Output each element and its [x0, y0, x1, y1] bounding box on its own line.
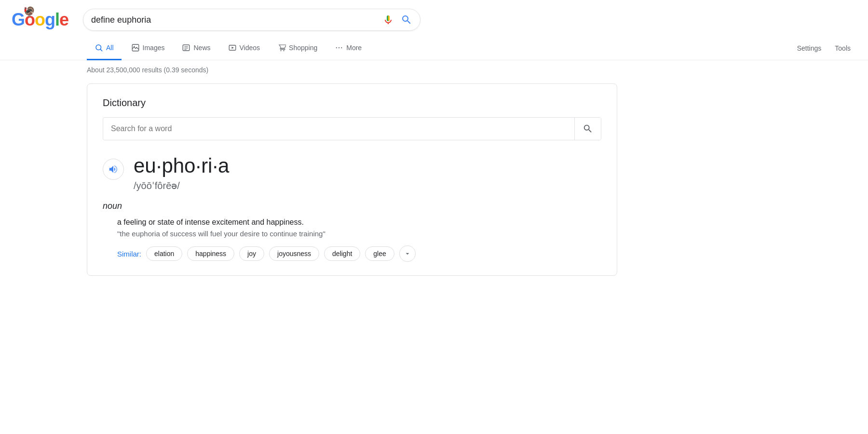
word-text: eu·pho·ri·a: [134, 154, 229, 178]
nav-settings: Settings Tools: [791, 38, 856, 59]
logo-l: l: [55, 10, 59, 29]
tab-images[interactable]: Images: [123, 37, 173, 60]
dictionary-card: Dictionary eu·pho·ri·a /yōōˈfôrēə/: [87, 83, 617, 276]
similar-row: Similar: elation happiness joy joyousnes…: [103, 245, 601, 262]
logo-o2: o: [35, 10, 45, 29]
word-search-button[interactable]: [574, 118, 601, 140]
svg-point-11: [283, 50, 284, 51]
word-search-bar: [103, 117, 601, 140]
logo-o1: o🦃: [25, 10, 35, 30]
tab-all-label: All: [106, 44, 114, 52]
svg-line-1: [100, 49, 102, 51]
tab-videos[interactable]: Videos: [220, 37, 268, 60]
tab-news[interactable]: News: [174, 37, 218, 60]
settings-link[interactable]: Settings: [791, 38, 827, 59]
search-icons: [382, 14, 412, 26]
word-search-icon: [583, 123, 593, 134]
search-glass-icon: [401, 14, 412, 26]
word-search-input[interactable]: [103, 118, 574, 140]
search-button[interactable]: [401, 14, 412, 26]
similar-chip-elation[interactable]: elation: [146, 246, 182, 261]
tools-link[interactable]: Tools: [829, 38, 856, 59]
tab-news-label: News: [193, 44, 210, 52]
search-bar: define euphoria: [83, 9, 420, 31]
part-of-speech: noun: [103, 201, 601, 211]
search-input[interactable]: define euphoria: [91, 15, 382, 25]
tab-shopping[interactable]: Shopping: [270, 37, 325, 60]
similar-chip-happiness[interactable]: happiness: [187, 246, 234, 261]
search-nav-icon: [95, 43, 103, 52]
tab-shopping-label: Shopping: [289, 44, 317, 52]
tab-images-label: Images: [143, 44, 165, 52]
tab-videos-label: Videos: [240, 44, 260, 52]
definition-block: a feeling or state of intense excitement…: [103, 218, 601, 238]
similar-label: Similar:: [117, 250, 141, 258]
logo-g2: g: [45, 10, 55, 29]
definition-example: "the euphoria of success will fuel your …: [117, 230, 601, 238]
microphone-button[interactable]: [382, 14, 394, 26]
word-info: eu·pho·ri·a /yōōˈfôrēə/: [134, 154, 229, 191]
svg-marker-9: [231, 47, 234, 49]
chevron-down-icon: [404, 250, 411, 258]
shopping-nav-icon: [277, 43, 286, 52]
audio-button[interactable]: [103, 159, 124, 180]
similar-more-button[interactable]: [399, 245, 416, 262]
results-area: About 23,500,000 results (0.39 seconds) …: [0, 60, 868, 287]
search-bar-wrapper: define euphoria: [83, 9, 420, 31]
more-nav-icon: [335, 43, 343, 52]
header: Go🦃ogle define euphoria: [0, 0, 868, 31]
svg-point-14: [341, 47, 342, 48]
google-logo: Go🦃ogle: [12, 10, 68, 30]
results-count: About 23,500,000 results (0.39 seconds): [87, 66, 856, 74]
images-nav-icon: [131, 43, 140, 52]
definition-text: a feeling or state of intense excitement…: [117, 218, 601, 227]
videos-nav-icon: [228, 43, 237, 52]
svg-point-12: [336, 47, 337, 48]
svg-point-13: [339, 47, 339, 48]
logo-e: e: [59, 10, 68, 29]
similar-chip-joyousness[interactable]: joyousness: [269, 246, 319, 261]
tab-all[interactable]: All: [87, 37, 122, 60]
word-section: eu·pho·ri·a /yōōˈfôrēə/: [103, 154, 601, 191]
nav-tabs: All Images News Videos: [0, 37, 868, 60]
similar-chip-glee[interactable]: glee: [365, 246, 394, 261]
dictionary-title: Dictionary: [103, 97, 601, 108]
similar-chip-delight[interactable]: delight: [324, 246, 360, 261]
similar-chip-joy[interactable]: joy: [239, 246, 264, 261]
tab-more-label: More: [346, 44, 362, 52]
phonetic-text: /yōōˈfôrēə/: [134, 180, 229, 191]
tab-more[interactable]: More: [327, 37, 369, 60]
svg-point-10: [280, 50, 281, 51]
mic-icon: [382, 14, 394, 26]
news-nav-icon: [182, 43, 190, 52]
speaker-icon: [108, 164, 119, 175]
logo-g: G: [12, 10, 25, 29]
